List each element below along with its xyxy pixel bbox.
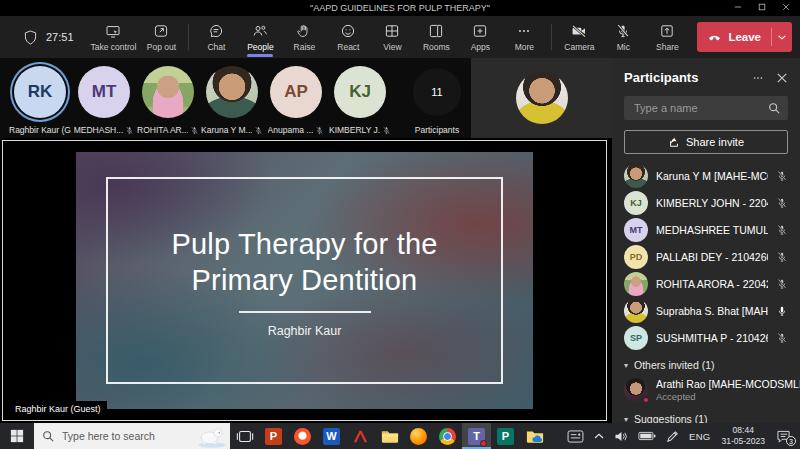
leave-button[interactable]: Leave xyxy=(697,22,792,52)
invited-row-arathi-rao[interactable]: Arathi Rao [MAHE-MCODSMLR] Accepted xyxy=(612,373,800,405)
apps-icon xyxy=(472,23,488,39)
maximize-button[interactable] xyxy=(750,0,774,16)
participants-more-button[interactable] xyxy=(752,72,764,84)
others-invited-section-header[interactable]: ▾ Others invited (1) xyxy=(612,351,800,373)
participant-row-karuna-y-m-mahe-mcodsmlr[interactable]: Karuna Y M [MAHE-MCODSMLR] xyxy=(612,162,800,189)
taskbar-app-teams[interactable]: T xyxy=(462,423,491,449)
firefox-icon xyxy=(410,428,427,445)
news-widget-button[interactable] xyxy=(562,423,589,449)
share-invite-label: Share invite xyxy=(686,136,744,148)
participant-tile-rohita-ar[interactable]: ROHITA AR... xyxy=(136,66,200,135)
mic-off-icon[interactable] xyxy=(776,278,788,290)
pen-settings-button[interactable] xyxy=(661,423,684,449)
show-hidden-icons-button[interactable] xyxy=(589,423,609,449)
toolbar-button-apps[interactable]: Apps xyxy=(458,17,502,57)
news-icon xyxy=(567,430,584,443)
toolbar-button-raise[interactable]: Raise xyxy=(282,17,326,57)
avatar: AP xyxy=(270,66,322,118)
maximize-icon xyxy=(758,3,766,13)
participant-tile-raghbir-kaur-g[interactable]: RKRaghbir Kaur (G... xyxy=(8,66,72,135)
mic-off-icon[interactable] xyxy=(776,197,788,209)
toolbar-button-react[interactable]: React xyxy=(326,17,370,57)
participant-tile-kimberly-j[interactable]: KJKIMBERLY J... xyxy=(328,66,392,135)
participant-row-medhashree-tumuluri-220[interactable]: MTMEDHASHREE TUMULURI - 220... xyxy=(612,216,800,243)
search-icon xyxy=(768,102,780,114)
avatar: MT xyxy=(78,66,130,118)
toolbar-button-mic[interactable]: Mic xyxy=(601,17,645,57)
mic-off-icon[interactable] xyxy=(776,170,788,182)
participant-search-box[interactable] xyxy=(624,96,788,120)
screen-share-stage: Pulp Therapy for the Primary Dentition R… xyxy=(2,140,607,421)
window-title: "AAPD GUIDELINES FOR PULP THERAPY" xyxy=(310,3,490,13)
share-invite-button[interactable]: Share invite xyxy=(624,130,788,154)
taskbar-app-chrome[interactable] xyxy=(433,423,462,449)
toolbar-button-more[interactable]: More xyxy=(502,17,546,57)
search-icon xyxy=(42,430,54,442)
chevron-expanded-icon: ▾ xyxy=(624,361,628,370)
participant-search-input[interactable] xyxy=(632,101,762,115)
avatar: MT xyxy=(624,218,648,242)
overflow-participants-tile[interactable]: 11 Participants xyxy=(406,66,468,135)
suggestions-section-header[interactable]: ▾ Suggestions (1) xyxy=(612,405,800,423)
toolbar-button-take-control[interactable]: Take control xyxy=(88,17,140,57)
shield-icon xyxy=(24,30,37,45)
language-indicator[interactable]: ENG xyxy=(684,423,716,449)
raise-hand-icon xyxy=(296,23,312,39)
taskbar-clock[interactable]: 08:44 31-05-2023 xyxy=(716,425,771,447)
mic-off-icon xyxy=(125,126,134,135)
toolbar-button-share[interactable]: Share xyxy=(645,17,689,57)
leave-label: Leave xyxy=(728,31,761,43)
taskbar-app-brave[interactable] xyxy=(288,423,317,449)
volume-button[interactable] xyxy=(609,423,633,449)
mic-off-icon[interactable] xyxy=(776,332,788,344)
toolbar-button-camera[interactable]: Camera xyxy=(557,17,601,57)
participant-row-pallabi-dey-210426001[interactable]: PDPALLABI DEY - 210426001 xyxy=(612,243,800,270)
participants-close-button[interactable] xyxy=(776,72,788,84)
toolbar-button-chat[interactable]: Chat xyxy=(194,17,238,57)
participant-tile-karuna-y-m[interactable]: Karuna Y M... xyxy=(200,66,264,135)
taskbar-search-input[interactable] xyxy=(60,429,222,443)
mic-off-icon xyxy=(190,126,199,135)
self-video-tile[interactable] xyxy=(471,58,612,138)
avatar: PD xyxy=(624,245,648,269)
taskbar-search-box[interactable] xyxy=(34,423,230,449)
taskbar-app-onedrive[interactable] xyxy=(520,423,549,449)
close-button[interactable] xyxy=(774,0,798,16)
taskbar-app-explorer[interactable] xyxy=(375,423,404,449)
participant-row-kimberly-john-220426002[interactable]: KJKIMBERLY JOHN - 220426002 - ... xyxy=(612,189,800,216)
mic-off-icon[interactable] xyxy=(776,251,788,263)
mic-off-icon xyxy=(615,23,631,39)
taskbar-app-firefox[interactable] xyxy=(404,423,433,449)
taskbar-app-powerpoint[interactable]: P xyxy=(259,423,288,449)
action-center-button[interactable]: 3 xyxy=(771,423,800,449)
participant-tile-anupama[interactable]: APAnupama ... xyxy=(264,66,328,135)
participant-tile-medhash[interactable]: MTMEDHASH... xyxy=(72,66,136,135)
take-control-icon xyxy=(105,23,121,39)
onedrive-icon xyxy=(526,429,544,444)
minimize-button[interactable] xyxy=(726,0,750,16)
avatar xyxy=(624,164,648,188)
leave-options-button[interactable] xyxy=(772,22,792,52)
avatar: KJ xyxy=(624,191,648,215)
taskbar-app-word[interactable]: W xyxy=(317,423,346,449)
participant-row-suprabha-s-bhat-mahe-mcod[interactable]: Suprabha S. Bhat [MAHE-MCOD... xyxy=(612,297,800,324)
view-icon xyxy=(384,23,400,39)
toolbar-button-pop-out[interactable]: Pop out xyxy=(139,17,183,57)
toolbar-button-rooms[interactable]: Rooms xyxy=(414,17,458,57)
share-invite-icon xyxy=(668,136,680,148)
participant-row-rohita-arora-220426001[interactable]: ROHITA ARORA - 220426001 - ... xyxy=(612,270,800,297)
toolbar-button-view[interactable]: View xyxy=(370,17,414,57)
taskbar-app-task-view[interactable] xyxy=(230,423,259,449)
toolbar-button-people[interactable]: People xyxy=(238,17,282,57)
toolbar-group-share: Take controlPop out xyxy=(88,17,184,57)
mic-on-icon[interactable] xyxy=(776,305,788,317)
start-button[interactable] xyxy=(0,423,34,449)
battery-button[interactable] xyxy=(633,423,661,449)
participant-row-sushmitha-p-210426003[interactable]: SPSUSHMITHA P - 210426003 xyxy=(612,324,800,351)
taskbar-app-publisher[interactable]: P xyxy=(491,423,520,449)
mic-off-icon[interactable] xyxy=(776,224,788,236)
rooms-icon xyxy=(428,23,444,39)
chevron-expanded-icon: ▾ xyxy=(624,415,628,424)
taskbar-app-acrobat[interactable] xyxy=(346,423,375,449)
slide-content: Pulp Therapy for the Primary Dentition R… xyxy=(76,152,533,409)
